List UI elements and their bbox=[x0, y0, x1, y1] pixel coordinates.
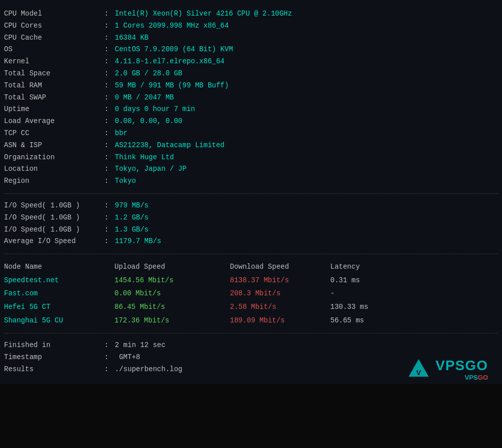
load-avg-row: Load Average : 0.00, 0.00, 0.00 bbox=[4, 116, 498, 128]
region-row: Region : Tokyo bbox=[4, 175, 498, 187]
cpu-cores-row: CPU Cores : 1 Cores 2099.998 MHz x86_64 bbox=[4, 20, 498, 32]
download-hefei: 2.58 Mbit/s bbox=[230, 300, 330, 314]
system-info-section: CPU Model : Intel(R) Xeon(R) Silver 4216… bbox=[4, 5, 498, 190]
upload-hefei: 86.45 Mbit/s bbox=[114, 300, 230, 314]
location-value: Tokyo, Japan / JP bbox=[115, 163, 187, 175]
watermark-text-block: VPSGO VPSGO bbox=[435, 358, 488, 381]
avg-io-label: Average I/O Speed bbox=[4, 236, 104, 248]
results-value: ./superbench.log bbox=[115, 364, 182, 376]
vpsgo-logo-icon: V bbox=[406, 357, 431, 382]
network-row-speedtest: Speedtest.net 1454.56 Mbit/s 8138.37 Mbi… bbox=[4, 274, 498, 287]
watermark-sub: VPSGO bbox=[435, 374, 488, 381]
download-speedtest: 8138.37 Mbit/s bbox=[230, 274, 330, 287]
upload-speedtest: 1454.56 Mbit/s bbox=[114, 274, 230, 287]
finished-label: Finished in bbox=[4, 340, 104, 352]
kernel-value: 4.11.8-1.el7.elrepo.x86_64 bbox=[115, 56, 224, 68]
org-label: Organization bbox=[4, 152, 104, 164]
kernel-label: Kernel bbox=[4, 56, 104, 68]
avg-io-row: Average I/O Speed : 1179.7 MB/s bbox=[4, 236, 498, 248]
cpu-cores-label: CPU Cores bbox=[4, 20, 104, 32]
location-row: Location : Tokyo, Japan / JP bbox=[4, 163, 498, 175]
asn-isp-label: ASN & ISP bbox=[4, 140, 104, 152]
timestamp-value: GMT+8 bbox=[119, 352, 140, 364]
network-row-shanghai: Shanghai 5G CU 172.36 Mbit/s 189.09 Mbit… bbox=[4, 314, 498, 327]
cpu-cache-label: CPU Cache bbox=[4, 32, 104, 44]
node-fastcom: Fast.com bbox=[4, 287, 114, 300]
uptime-label: Uptime bbox=[4, 103, 104, 116]
load-avg-value: 0.00, 0.00, 0.00 bbox=[115, 116, 182, 128]
io1-value: 979 MB/s bbox=[115, 200, 149, 212]
uptime-value: 0 days 0 hour 7 min bbox=[115, 103, 195, 116]
upload-shanghai: 172.36 Mbit/s bbox=[114, 314, 230, 327]
latency-fastcom: - bbox=[330, 287, 334, 300]
network-table: Node Name Upload Speed Download Speed La… bbox=[4, 260, 498, 327]
results-label: Results bbox=[4, 364, 104, 376]
total-swap-row: Total SWAP : 0 MB / 2047 MB bbox=[4, 92, 498, 104]
node-speedtest: Speedtest.net bbox=[4, 274, 114, 287]
tcp-cc-value: bbr bbox=[115, 128, 128, 140]
svg-text:V: V bbox=[417, 369, 422, 377]
divider-1 bbox=[4, 193, 498, 194]
cpu-cores-value: 1 Cores 2099.998 MHz x86_64 bbox=[115, 20, 229, 32]
footer-section: Finished in : 2 min 12 sec Timestamp : G… bbox=[4, 337, 498, 378]
latency-hefei: 130.33 ms bbox=[330, 300, 368, 314]
io1-row: I/O Speed( 1.0GB ) : 979 MB/s bbox=[4, 200, 498, 212]
col-header-latency: Latency bbox=[330, 260, 360, 274]
cpu-model-value: Intel(R) Xeon(R) Silver 4216 CPU @ 2.10G… bbox=[115, 8, 292, 20]
org-value: Think Huge Ltd bbox=[115, 152, 174, 164]
total-swap-value: 0 MB / 2047 MB bbox=[115, 92, 174, 104]
divider-3 bbox=[4, 333, 498, 333]
cpu-model-row: CPU Model : Intel(R) Xeon(R) Silver 4216… bbox=[4, 8, 498, 20]
cpu-cache-value: 16384 KB bbox=[115, 32, 149, 44]
network-header-row: Node Name Upload Speed Download Speed La… bbox=[4, 260, 498, 274]
watermark: V VPSGO VPSGO bbox=[406, 357, 488, 382]
io1-label: I/O Speed( 1.0GB ) bbox=[4, 200, 104, 212]
latency-speedtest: 0.31 ms bbox=[330, 274, 360, 287]
asn-isp-row: ASN & ISP : AS212238, Datacamp Limited bbox=[4, 140, 498, 152]
io3-value: 1.3 GB/s bbox=[115, 224, 149, 236]
asn-isp-value: AS212238, Datacamp Limited bbox=[115, 140, 224, 152]
location-label: Location bbox=[4, 163, 104, 175]
col-header-download: Download Speed bbox=[230, 260, 330, 274]
tcp-cc-row: TCP CC : bbr bbox=[4, 128, 498, 140]
total-ram-row: Total RAM : 59 MB / 991 MB (99 MB Buff) bbox=[4, 80, 498, 92]
avg-io-value: 1179.7 MB/s bbox=[115, 236, 161, 248]
total-swap-label: Total SWAP bbox=[4, 92, 104, 104]
finished-value: 2 min 12 sec bbox=[115, 340, 166, 352]
io3-label: I/O Speed( 1.0GB ) bbox=[4, 224, 104, 236]
org-row: Organization : Think Huge Ltd bbox=[4, 152, 498, 164]
total-space-value: 2.0 GB / 28.0 GB bbox=[115, 68, 182, 80]
io2-value: 1.2 GB/s bbox=[115, 212, 149, 224]
tcp-cc-label: TCP CC bbox=[4, 128, 104, 140]
os-row: OS : CentOS 7.9.2009 (64 Bit) KVM bbox=[4, 44, 498, 56]
divider-2 bbox=[4, 254, 498, 254]
region-label: Region bbox=[4, 175, 104, 187]
kernel-row: Kernel : 4.11.8-1.el7.elrepo.x86_64 bbox=[4, 56, 498, 68]
total-ram-value: 59 MB / 991 MB (99 MB Buff) bbox=[115, 80, 229, 92]
col-header-upload: Upload Speed bbox=[114, 260, 230, 274]
timestamp-label: Timestamp bbox=[4, 352, 104, 364]
network-row-hefei: Hefei 5G CT 86.45 Mbit/s 2.58 Mbit/s 130… bbox=[4, 300, 498, 314]
watermark-brand: VPSGO bbox=[435, 358, 488, 373]
download-fastcom: 208.3 Mbit/s bbox=[230, 287, 330, 300]
total-space-label: Total Space bbox=[4, 68, 104, 80]
cpu-cache-row: CPU Cache : 16384 KB bbox=[4, 32, 498, 44]
total-space-row: Total Space : 2.0 GB / 28.0 GB bbox=[4, 68, 498, 80]
latency-shanghai: 56.65 ms bbox=[330, 314, 364, 327]
cpu-model-label: CPU Model bbox=[4, 8, 104, 20]
region-value: Tokyo bbox=[115, 175, 136, 187]
network-section: Node Name Upload Speed Download Speed La… bbox=[4, 257, 498, 330]
io3-row: I/O Speed( 1.0GB ) : 1.3 GB/s bbox=[4, 224, 498, 236]
os-value: CentOS 7.9.2009 (64 Bit) KVM bbox=[115, 44, 233, 56]
download-shanghai: 189.09 Mbit/s bbox=[230, 314, 330, 327]
io2-row: I/O Speed( 1.0GB ) : 1.2 GB/s bbox=[4, 212, 498, 224]
io-section: I/O Speed( 1.0GB ) : 979 MB/s I/O Speed(… bbox=[4, 197, 498, 251]
os-label: OS bbox=[4, 44, 104, 56]
io2-label: I/O Speed( 1.0GB ) bbox=[4, 212, 104, 224]
upload-fastcom: 0.00 Mbit/s bbox=[114, 287, 230, 300]
network-row-fastcom: Fast.com 0.00 Mbit/s 208.3 Mbit/s - bbox=[4, 287, 498, 300]
terminal: CPU Model : Intel(R) Xeon(R) Silver 4216… bbox=[0, 0, 502, 384]
uptime-row: Uptime : 0 days 0 hour 7 min bbox=[4, 103, 498, 116]
col-header-node: Node Name bbox=[4, 260, 114, 274]
total-ram-label: Total RAM bbox=[4, 80, 104, 92]
